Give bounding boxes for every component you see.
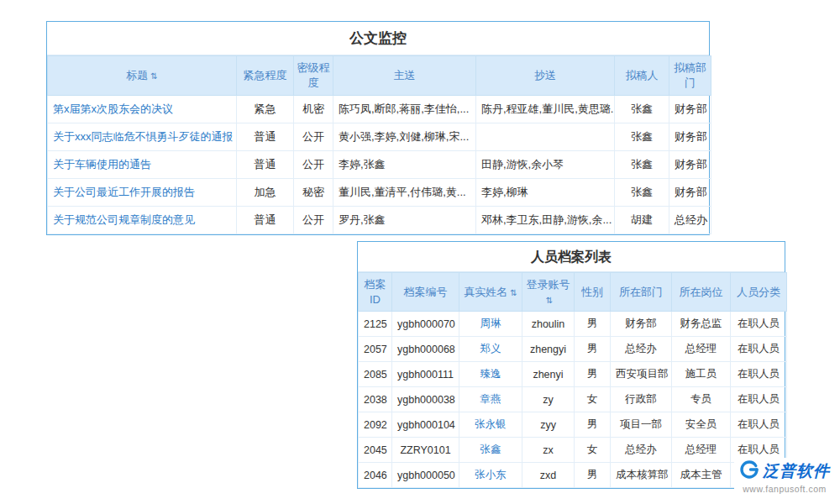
personnel-table: 档案ID 档案编号 真实姓名⇅ 登录账号⇅ 性别 所在部门 所在岗位 人员分类 … [358,272,787,488]
sort-icon[interactable]: ⇅ [510,288,517,297]
doc-col-title[interactable]: 标题⇅ [48,56,237,96]
cell-id: 2057 [359,337,392,362]
person-name-link[interactable]: 张小东 [475,469,507,480]
table-row: 2125 ygbh000070 周琳 zhoulin 男 财务部 财务总监 在职… [359,312,787,337]
cell-secrecy: 秘密 [294,179,333,207]
cell-account: zyy [522,412,575,438]
cell-category: 在职人员 [731,337,787,362]
fanpu-logo-url: www.fanpusoft.com [743,484,827,494]
cell-account: zhenyi [522,362,575,387]
cell-account: zxd [522,463,575,488]
cell-title: 第x届第x次股东会的决议 [48,96,237,123]
fanpu-logo-icon [739,459,759,483]
cell-name: 张小东 [459,463,522,488]
cell-gender: 女 [575,387,611,412]
cell-cc: 田静,游恢,余小琴 [476,151,615,179]
per-col-id: 档案ID [359,273,392,312]
doc-col-dept: 拟稿部门 [669,56,711,96]
doc-title-link[interactable]: 第x届第x次股东会的决议 [53,102,173,115]
cell-cc: 邓林,李卫东,田静,游恢,余... [476,207,615,234]
fanpu-logo: 泛普软件 www.fanpusoft.com [734,458,833,494]
cell-cc: 李婷,柳琳 [476,179,615,207]
cell-title: 关于公司最近工作开展的报告 [48,179,237,207]
doc-header-row: 标题⇅ 紧急程度 密级程度 主送 抄送 拟稿人 拟稿部门 [48,56,711,96]
cell-secrecy: 机密 [294,96,333,123]
personnel-header-row: 档案ID 档案编号 真实姓名⇅ 登录账号⇅ 性别 所在部门 所在岗位 人员分类 [359,273,787,312]
cell-dept: 成本核算部 [611,463,672,488]
per-col-account-label: 登录账号 [527,278,570,291]
cell-account: zhoulin [522,312,575,337]
person-name-link[interactable]: 章燕 [480,393,501,405]
cell-cc [476,123,615,151]
table-row: 关于xxx同志临危不惧勇斗歹徒的通报 普通 公开 黄小强,李婷,刘健,柳琳,宋.… [48,123,711,151]
cell-name: 周琳 [459,312,522,337]
cell-name: 章燕 [459,387,522,412]
cell-category: 在职人员 [731,362,787,387]
doc-title-link[interactable]: 关于车辆使用的通告 [53,158,151,171]
cell-account: zy [522,387,575,412]
cell-name: 臻逸 [459,362,522,387]
person-name-link[interactable]: 郑义 [480,343,501,354]
personnel-panel: 人员档案列表 档案ID 档案编号 真实姓名⇅ 登录账号⇅ 性别 所在部门 所在岗… [357,241,785,489]
cell-category: 在职人员 [731,387,787,412]
doc-col-cc: 抄送 [476,56,615,96]
cell-drafter: 张鑫 [615,123,669,151]
cell-secrecy: 公开 [294,151,333,179]
cell-position: 施工员 [672,362,731,387]
cell-code: ygbh000050 [392,463,459,488]
cell-drafter: 张鑫 [615,151,669,179]
table-row: 关于车辆使用的通告 普通 公开 李婷,张鑫 田静,游恢,余小琴 张鑫 财务部 [48,151,711,179]
cell-secrecy: 公开 [294,207,333,234]
cell-dept: 行政部 [611,387,672,412]
cell-dept: 总经办 [669,207,711,234]
cell-title: 关于规范公司规章制度的意见 [48,207,237,234]
doc-monitor-panel: 公文监控 标题⇅ 紧急程度 密级程度 主送 抄送 拟稿人 拟稿部门 第x届第x次… [46,21,710,235]
cell-main-send: 罗丹,张鑫 [333,207,476,234]
per-col-name[interactable]: 真实姓名⇅ [459,273,522,312]
per-col-position: 所在岗位 [672,273,731,312]
person-name-link[interactable]: 张鑫 [480,444,501,455]
doc-title-link[interactable]: 关于规范公司规章制度的意见 [53,213,195,226]
cell-main-send: 李婷,张鑫 [333,151,476,179]
cell-dept: 西安项目部 [611,362,672,387]
cell-dept: 财务部 [669,151,711,179]
person-name-link[interactable]: 周琳 [480,318,501,329]
sort-icon[interactable]: ⇅ [546,296,553,305]
per-col-account[interactable]: 登录账号⇅ [522,273,575,312]
doc-title-link[interactable]: 关于公司最近工作开展的报告 [53,186,195,198]
cell-drafter: 张鑫 [615,179,669,207]
cell-position: 总经理 [672,337,731,362]
doc-col-urgency: 紧急程度 [237,56,294,96]
cell-id: 2125 [359,312,392,337]
per-col-code: 档案编号 [392,273,459,312]
cell-dept: 财务部 [669,179,711,207]
table-row: 关于规范公司规章制度的意见 普通 公开 罗丹,张鑫 邓林,李卫东,田静,游恢,余… [48,207,711,234]
cell-dept: 财务部 [669,96,711,123]
table-row: 关于公司最近工作开展的报告 加急 秘密 董川民,董清平,付伟璐,黄... 李婷,… [48,179,711,207]
cell-code: ygbh000038 [392,387,459,412]
cell-gender: 男 [575,412,611,438]
cell-id: 2038 [359,387,392,412]
cell-gender: 男 [575,362,611,387]
cell-urgency: 加急 [237,179,294,207]
cell-dept: 财务部 [669,123,711,151]
person-name-link[interactable]: 臻逸 [480,368,501,380]
per-col-gender: 性别 [575,273,611,312]
doc-monitor-title: 公文监控 [47,22,709,55]
cell-code: ygbh000111 [392,362,459,387]
cell-urgency: 普通 [237,207,294,234]
cell-name: 郑义 [459,337,522,362]
cell-title: 关于车辆使用的通告 [48,151,237,179]
cell-code: ygbh000070 [392,312,459,337]
cell-gender: 男 [575,312,611,337]
cell-main-send: 董川民,董清平,付伟璐,黄... [333,179,476,207]
cell-dept: 项目一部 [611,412,672,438]
cell-secrecy: 公开 [294,123,333,151]
person-name-link[interactable]: 张永银 [475,418,507,430]
doc-title-link[interactable]: 关于xxx同志临危不惧勇斗歹徒的通报 [53,130,234,143]
cell-dept: 总经办 [611,438,672,463]
sort-icon[interactable]: ⇅ [150,71,157,81]
fanpu-logo-text: 泛普软件 [763,460,830,482]
cell-id: 2092 [359,412,392,438]
cell-main-send: 陈巧凤,断郎,蒋丽,李佳怡,... [333,96,476,123]
